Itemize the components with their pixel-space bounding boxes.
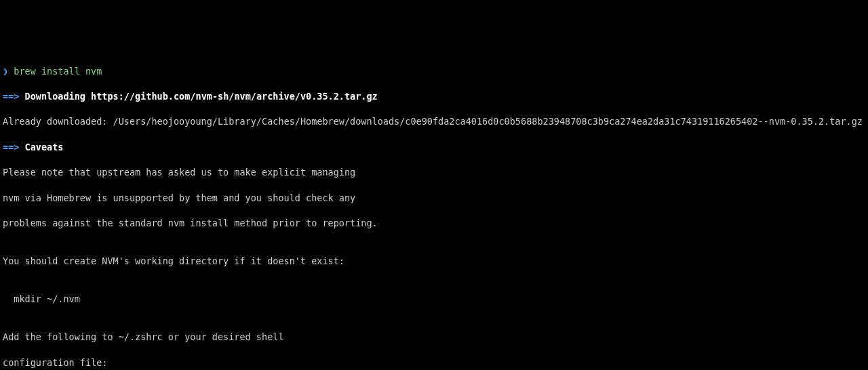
downloading-line: ==> Downloading https://github.com/nvm-s… [3,90,865,103]
command-line: ❯ brew install nvm [3,65,865,78]
caveats-label: Caveats [25,142,64,152]
downloading-url: https://github.com/nvm-sh/nvm/archive/v0… [91,91,378,102]
caveats-text: Add the following to ~/.zshrc or your de… [3,331,865,344]
command-text: brew install nvm [14,66,102,77]
downloading-label: Downloading [25,91,85,102]
prompt-symbol: ❯ [3,66,8,77]
caveats-text: nvm via Homebrew is unsupported by them … [3,192,865,205]
already-downloaded-line: Already downloaded: /Users/heojooyoung/L… [3,115,865,128]
caveats-text: problems against the standard nvm instal… [3,217,865,230]
caveats-header: ==> Caveats [3,141,865,154]
section-arrow: ==> [3,91,19,102]
caveats-text: mkdir ~/.nvm [3,293,865,306]
section-arrow: ==> [3,142,19,152]
terminal-output[interactable]: ❯ brew install nvm ==> Downloading https… [3,52,865,370]
caveats-text: configuration file: [3,356,865,369]
caveats-text: You should create NVM's working director… [3,255,865,268]
caveats-text: Please note that upstream has asked us t… [3,166,865,179]
